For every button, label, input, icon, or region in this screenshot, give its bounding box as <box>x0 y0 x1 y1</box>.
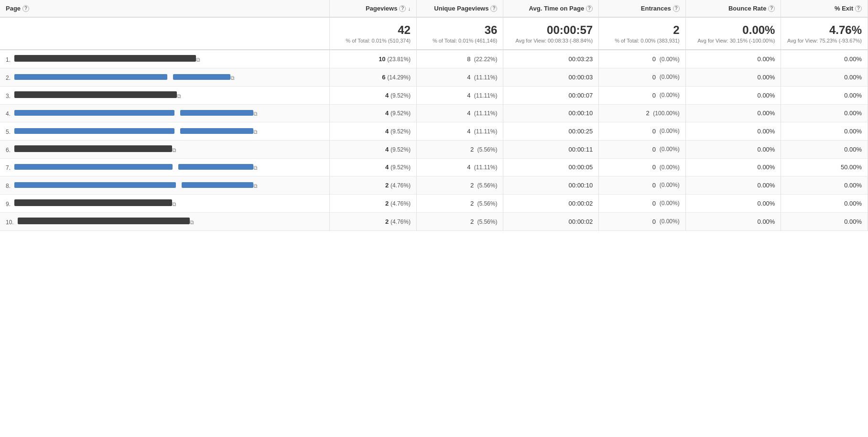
unique-pageviews-cell: 4 (11.11%) <box>416 122 503 141</box>
bounce-rate-value: 0.00% <box>758 164 775 171</box>
copy-icon[interactable]: ⧉ <box>190 219 194 226</box>
exit-cell: 0.00% <box>781 176 868 195</box>
copy-icon[interactable]: ⧉ <box>253 110 258 117</box>
pageviews-value: 4 <box>385 92 389 99</box>
bounce-rate-cell: 0.00% <box>685 194 781 212</box>
table-row: 10.⧉2 (4.76%)2 (5.56%)00:00:020 (0.00%)0… <box>0 212 868 230</box>
exit-cell: 50.00% <box>781 158 868 176</box>
exit-value: 0.00% <box>844 218 862 225</box>
bounce-rate-help-icon[interactable]: ? <box>768 5 775 12</box>
exit-cell: 0.00% <box>781 140 868 158</box>
pageviews-help-icon[interactable]: ? <box>399 5 406 12</box>
pageviews-pct: (9.52%) <box>391 110 411 117</box>
entrances-pct: (0.00%) <box>660 164 680 171</box>
row-number: 1. <box>6 56 11 63</box>
bounce-rate-value: 0.00% <box>758 55 775 63</box>
page-url-bar-1[interactable] <box>14 182 176 188</box>
unique-pageviews-help-icon[interactable]: ? <box>490 5 497 12</box>
exit-value: 0.00% <box>844 146 862 153</box>
bounce-rate-value: 0.00% <box>758 128 775 135</box>
entrances-value: 2 <box>646 109 649 117</box>
unique-pageviews-cell: 8 (22.22%) <box>416 50 503 68</box>
unique-pageviews-cell: 2 (5.56%) <box>416 212 503 230</box>
entrances-value: 0 <box>652 218 656 225</box>
entrances-pct: (0.00%) <box>660 74 680 80</box>
summary-exit-sub: Avg for View: 75.23% (-93.67%) <box>787 38 862 44</box>
unique-pageviews-cell: 4 (11.11%) <box>416 68 503 87</box>
summary-unique-sub: % of Total: 0.01% (461,146) <box>423 38 498 44</box>
entrances-cell: 0 (0.00%) <box>599 176 686 195</box>
copy-icon[interactable]: ⧉ <box>230 75 235 81</box>
exit-help-icon[interactable]: ? <box>855 5 862 12</box>
avg-time-cell: 00:03:23 <box>503 50 599 68</box>
pageviews-pct: (4.76%) <box>391 218 411 225</box>
table-row: 4.⧉4 (9.52%)4 (11.11%)00:00:102 (100.00%… <box>0 104 868 122</box>
page-url-bar[interactable] <box>14 199 172 206</box>
page-column-header: Page ? <box>0 0 330 17</box>
bounce-rate-value: 0.00% <box>758 109 775 117</box>
unique-pct: (5.56%) <box>477 218 497 225</box>
avg-time-cell: 00:00:10 <box>503 104 599 122</box>
page-help-icon[interactable]: ? <box>22 5 29 12</box>
table-row: 6.⧉4 (9.52%)2 (5.56%)00:00:110 (0.00%)0.… <box>0 140 868 158</box>
sort-arrow-icon[interactable]: ↓ <box>408 6 411 11</box>
unique-pageviews-cell: 4 (11.11%) <box>416 158 503 176</box>
bounce-rate-column-header: Bounce Rate ? <box>685 0 781 17</box>
page-url-bar-2[interactable] <box>180 128 253 134</box>
pageviews-pct: (9.52%) <box>391 146 411 153</box>
summary-pageviews-value: 42 <box>336 23 411 37</box>
pageviews-value: 4 <box>385 146 389 153</box>
exit-value: 0.00% <box>844 109 862 117</box>
summary-bounce-sub: Avg for View: 30.15% (-100.00%) <box>692 38 775 44</box>
bounce-rate-cell: 0.00% <box>685 176 781 195</box>
copy-icon[interactable]: ⧉ <box>196 56 200 63</box>
page-url-bar-1[interactable] <box>14 74 167 80</box>
page-url-bar[interactable] <box>18 218 190 224</box>
copy-icon[interactable]: ⧉ <box>172 147 176 153</box>
entrances-cell: 0 (0.00%) <box>599 122 686 141</box>
pageviews-cell: 4 (9.52%) <box>330 140 417 158</box>
copy-icon[interactable]: ⧉ <box>253 164 258 171</box>
copy-icon[interactable]: ⧉ <box>177 93 181 99</box>
page-url-bar[interactable] <box>14 145 172 152</box>
page-url-bar-2[interactable] <box>173 74 230 80</box>
entrances-value: 0 <box>652 146 656 153</box>
unique-pct: (5.56%) <box>477 146 497 153</box>
avg-time-cell: 00:00:02 <box>503 212 599 230</box>
pageviews-cell: 6 (14.29%) <box>330 68 417 87</box>
entrances-pct: (0.00%) <box>660 56 680 63</box>
copy-icon[interactable]: ⧉ <box>253 129 258 135</box>
summary-bounce-cell: 0.00% Avg for View: 30.15% (-100.00%) <box>685 17 781 50</box>
avg-time-help-icon[interactable]: ? <box>586 5 593 12</box>
copy-icon[interactable]: ⧉ <box>172 201 176 208</box>
page-cell: 5.⧉ <box>0 122 330 141</box>
avg-time-cell: 00:00:03 <box>503 68 599 87</box>
page-url-bar-1[interactable] <box>14 128 174 134</box>
entrances-cell: 0 (0.00%) <box>599 68 686 87</box>
summary-entrances-sub: % of Total: 0.00% (383,931) <box>605 38 680 44</box>
pageviews-pct: (9.52%) <box>391 164 411 171</box>
page-url-bar[interactable] <box>14 55 196 62</box>
pageviews-value: 2 <box>385 218 389 225</box>
row-number: 4. <box>6 110 11 117</box>
unique-pageviews-cell: 4 (11.11%) <box>416 86 503 104</box>
page-url-bar-1[interactable] <box>14 110 174 116</box>
table-row: 8.⧉2 (4.76%)2 (5.56%)00:00:100 (0.00%)0.… <box>0 176 868 195</box>
page-url-bar-2[interactable] <box>178 164 253 170</box>
bounce-rate-value: 0.00% <box>758 200 775 207</box>
avg-time-value: 00:00:03 <box>569 74 593 81</box>
page-url-bar[interactable] <box>14 91 177 98</box>
unique-pageviews-column-header: Unique Pageviews ? <box>416 0 503 17</box>
page-url-bar-1[interactable] <box>14 164 173 170</box>
avg-time-value: 00:00:02 <box>569 200 593 207</box>
entrances-pct: (0.00%) <box>660 182 680 188</box>
row-number: 7. <box>6 164 11 171</box>
entrances-pct: (0.00%) <box>660 128 680 134</box>
table-row: 1.⧉10 (23.81%)8 (22.22%)00:03:230 (0.00%… <box>0 50 868 68</box>
page-url-bar-2[interactable] <box>180 110 253 116</box>
copy-icon[interactable]: ⧉ <box>253 183 258 189</box>
page-url-bar-2[interactable] <box>182 182 253 188</box>
entrances-cell: 0 (0.00%) <box>599 194 686 212</box>
bounce-rate-cell: 0.00% <box>685 140 781 158</box>
entrances-help-icon[interactable]: ? <box>673 5 680 12</box>
